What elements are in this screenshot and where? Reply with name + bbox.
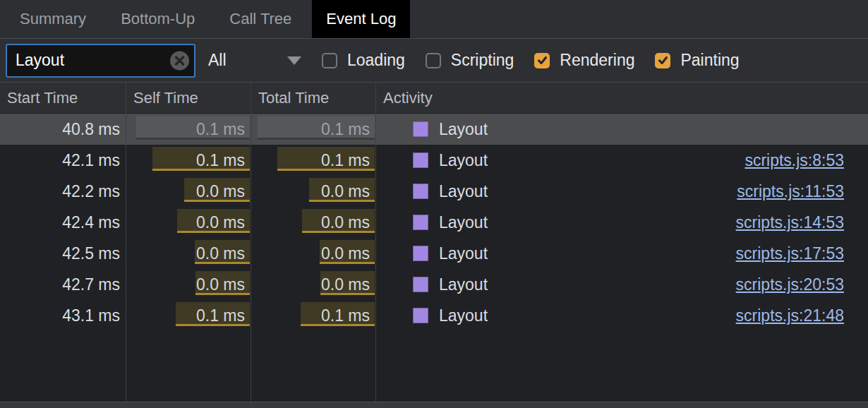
total-time-cell: 0.0 ms [251,207,376,238]
layout-category-swatch [413,184,428,199]
tab-label: Event Log [326,10,396,28]
column-header-activity[interactable]: Activity [376,83,868,113]
checkbox-label: Loading [347,51,405,70]
total-time-cell: 0.0 ms [251,238,376,269]
activity-cell: Layout scripts.js:20:53 [376,269,868,300]
bottom-border-strip [0,402,868,408]
layout-category-swatch [413,152,428,168]
activity-label: Layout [439,244,488,263]
start-time-cell: 42.7 ms [0,269,126,300]
layout-category-swatch [413,277,428,292]
layout-category-swatch [413,308,428,323]
start-time-cell: 42.5 ms [0,238,126,269]
tab-bottom-up[interactable]: Bottom-Up [107,0,209,38]
layout-category-swatch [413,121,428,137]
start-time-cell: 42.4 ms [0,207,126,238]
grid-rows: 40.8 ms 0.1 ms 0.1 ms Layout 42.1 ms 0.1… [0,114,868,331]
checkbox-loading[interactable]: Loading [322,51,405,70]
event-log-grid: Start TimeSelf TimeTotal TimeActivity 40… [0,83,868,402]
self-time-cell: 0.0 ms [126,207,251,238]
column-header-total-time[interactable]: Total Time [251,83,376,113]
source-link[interactable]: scripts.js:11:53 [737,182,844,201]
self-time-cell: 0.0 ms [126,238,251,269]
checkbox-scripting[interactable]: Scripting [426,51,514,70]
total-time-cell: 0.1 ms [251,114,376,145]
checkbox[interactable] [322,53,337,68]
self-time-cell: 0.1 ms [126,145,251,176]
clear-filter-button[interactable] [170,51,189,70]
checkbox-label: Rendering [560,51,634,70]
tab-label: Summary [20,10,86,28]
column-header-self-time[interactable]: Self Time [126,83,251,113]
activity-label: Layout [439,182,488,201]
activity-label: Layout [439,151,488,170]
filter-field-wrap [6,44,195,78]
start-time-cell: 42.2 ms [0,176,126,207]
tab-label: Bottom-Up [121,10,195,28]
checkbox[interactable] [426,53,441,68]
layout-category-swatch [413,215,428,230]
table-row[interactable]: 42.7 ms 0.0 ms 0.0 ms Layout scripts.js:… [0,269,868,300]
tab-event-log[interactable]: Event Log [312,0,410,38]
checkbox-rendering[interactable]: Rendering [534,51,634,70]
start-time-cell: 40.8 ms [0,114,126,145]
self-time-cell: 0.0 ms [126,176,251,207]
total-time-cell: 0.0 ms [251,176,376,207]
category-checkboxes: Loading Scripting Rendering Painting [301,51,740,70]
checkbox-painting[interactable]: Painting [655,51,739,70]
self-time-cell: 0.1 ms [126,114,251,145]
activity-cell: Layout scripts.js:14:53 [376,207,868,238]
self-time-cell: 0.1 ms [126,300,251,331]
activity-cell: Layout scripts.js:8:53 [376,145,868,176]
column-header-start-time[interactable]: Start Time [0,83,126,113]
source-link[interactable]: scripts.js:21:48 [736,306,844,325]
activity-label: Layout [439,275,488,294]
dropdown-selected-label: All [208,51,227,70]
activity-label: Layout [439,120,488,139]
activity-label: Layout [439,213,488,232]
x-icon [174,55,185,66]
table-row[interactable]: 42.2 ms 0.0 ms 0.0 ms Layout scripts.js:… [0,176,868,207]
start-time-cell: 42.1 ms [0,145,126,176]
table-row[interactable]: 42.4 ms 0.0 ms 0.0 ms Layout scripts.js:… [0,207,868,238]
layout-category-swatch [413,246,428,261]
checkmark-icon [657,54,669,66]
activity-cell: Layout scripts.js:11:53 [376,176,868,207]
filter-input[interactable] [6,44,195,78]
total-time-cell: 0.1 ms [251,145,376,176]
grid-header: Start TimeSelf TimeTotal TimeActivity [0,83,868,114]
tab-summary[interactable]: Summary [6,0,100,38]
source-link[interactable]: scripts.js:20:53 [736,275,844,294]
checkbox-label: Scripting [451,51,514,70]
table-row[interactable]: 40.8 ms 0.1 ms 0.1 ms Layout [0,114,868,145]
dropdown-arrow-icon [287,56,301,65]
activity-cell: Layout [376,114,868,145]
activity-cell: Layout scripts.js:21:48 [376,300,868,331]
checkmark-icon [536,54,548,66]
total-time-cell: 0.1 ms [251,300,376,331]
activity-label: Layout [439,306,488,325]
source-link[interactable]: scripts.js:8:53 [745,151,844,170]
source-link[interactable]: scripts.js:14:53 [736,213,844,232]
tab-call-tree[interactable]: Call Tree [215,0,306,38]
source-link[interactable]: scripts.js:17:53 [736,244,844,263]
table-row[interactable]: 42.1 ms 0.1 ms 0.1 ms Layout scripts.js:… [0,145,868,176]
checkbox[interactable] [534,53,550,68]
checkbox-label: Painting [680,51,739,70]
start-time-cell: 43.1 ms [0,300,126,331]
table-row[interactable]: 43.1 ms 0.1 ms 0.1 ms Layout scripts.js:… [0,300,868,331]
filter-toolbar: All Loading Scripting Rendering [0,39,868,83]
tab-label: Call Tree [229,10,291,28]
type-filter-dropdown[interactable]: All [208,51,301,70]
total-time-cell: 0.0 ms [251,269,376,300]
activity-cell: Layout scripts.js:17:53 [376,238,868,269]
table-row[interactable]: 42.5 ms 0.0 ms 0.0 ms Layout scripts.js:… [0,238,868,269]
checkbox[interactable] [655,53,670,68]
tab-bar: Summary Bottom-Up Call Tree Event Log [0,0,868,39]
self-time-cell: 0.0 ms [126,269,251,300]
